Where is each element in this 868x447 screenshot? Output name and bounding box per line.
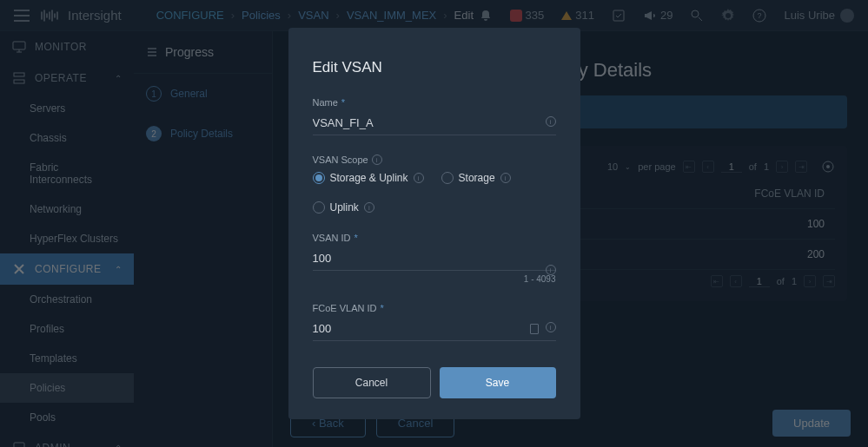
- vsan-id-input[interactable]: [313, 247, 556, 271]
- radio-storage-uplink[interactable]: Storage & Uplinki: [313, 172, 424, 184]
- edit-vsan-modal: Edit VSAN Name * i VSAN Scope i Storage …: [288, 28, 580, 419]
- info-icon[interactable]: i: [546, 265, 556, 275]
- info-icon[interactable]: i: [546, 322, 556, 332]
- name-input[interactable]: [313, 111, 556, 135]
- modal-overlay: Edit VSAN Name * i VSAN Scope i Storage …: [0, 0, 868, 447]
- info-icon[interactable]: i: [364, 202, 374, 213]
- modal-cancel-button[interactable]: Cancel: [313, 367, 431, 398]
- fcoe-vlan-id-input[interactable]: [313, 317, 556, 341]
- radio-storage[interactable]: Storagei: [441, 172, 511, 184]
- info-icon[interactable]: i: [372, 154, 382, 165]
- info-icon[interactable]: i: [414, 173, 424, 183]
- info-icon[interactable]: i: [500, 173, 511, 183]
- radio-uplink[interactable]: Uplinki: [313, 201, 374, 214]
- modal-save-button[interactable]: Save: [440, 367, 556, 398]
- info-icon[interactable]: i: [546, 116, 556, 127]
- range-hint: 1 - 4093: [313, 274, 556, 284]
- modal-title: Edit VSAN: [313, 59, 556, 76]
- clipboard-icon[interactable]: [530, 324, 539, 334]
